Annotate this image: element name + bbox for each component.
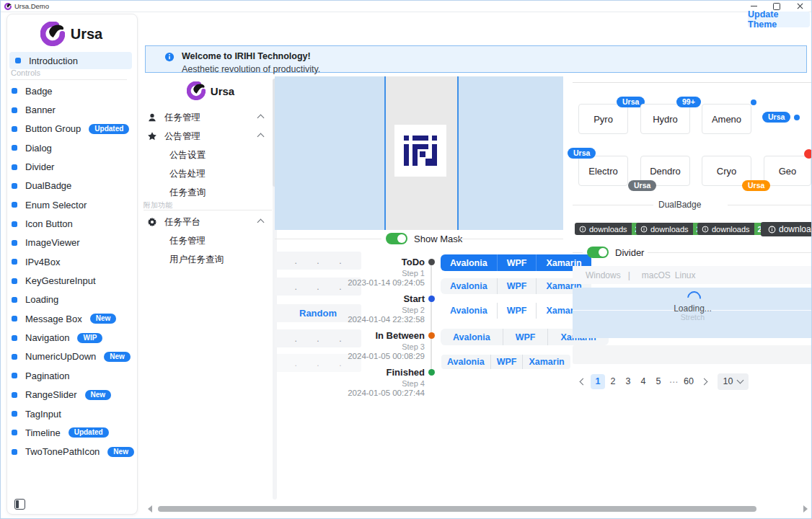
divider-line	[648, 252, 812, 253]
dual-badge-label: downloads	[712, 225, 750, 234]
sidebar-logo: Ursa	[6, 19, 136, 48]
item-bullet-icon	[12, 240, 17, 246]
avalonia-button[interactable]: Avalonia	[441, 254, 497, 271]
sidebar-item-divider[interactable]: Divider	[7, 157, 131, 176]
tab-linux[interactable]: Linux	[675, 270, 696, 280]
info-icon	[768, 226, 776, 234]
item-bullet-icon	[12, 354, 17, 360]
tab-windows[interactable]: Windows	[578, 270, 628, 280]
pagination-page-4[interactable]: 4	[636, 374, 650, 389]
pagination-page-3[interactable]: 3	[621, 374, 635, 389]
sidebar-item-introduction[interactable]: Introduction	[9, 52, 132, 69]
hscroll-left-arrow[interactable]	[148, 505, 152, 513]
menu-item-task-query[interactable]: 任务查询	[169, 183, 206, 202]
avalonia-button[interactable]: Avalonia	[441, 355, 490, 369]
pagination-next-button[interactable]	[697, 374, 711, 389]
sidebar-item-enum-selector[interactable]: Enum Selector	[7, 195, 131, 214]
dual-badge-label: downloads	[650, 225, 689, 234]
menu-item-task-management[interactable]: 任务管理	[169, 231, 206, 250]
irihi-logo-image	[394, 125, 446, 177]
sidebar-item-badge[interactable]: Badge	[7, 81, 131, 100]
avalonia-button[interactable]: Avalonia	[441, 303, 497, 319]
sidebar-item-pagination[interactable]: Pagination	[7, 366, 131, 385]
menu-item-user-task-query[interactable]: 用户任务查询	[169, 250, 224, 269]
pagination-prev-button[interactable]	[575, 374, 590, 389]
sidebar-item-imageviewer[interactable]: ImageViewer	[7, 234, 131, 252]
sidebar-item-timeline[interactable]: TimelineUpdated	[7, 423, 131, 442]
sidebar-item-navigation[interactable]: NavigationWIP	[7, 328, 131, 347]
sidebar-item-label: TwoTonePathIcon	[25, 446, 100, 457]
menu-separator-label: 附加功能	[144, 200, 172, 210]
avalonia-button[interactable]: Avalonia	[441, 278, 497, 294]
menu-group-task-platform[interactable]: 任务平台	[146, 213, 269, 231]
show-mask-toggle[interactable]	[386, 233, 407, 244]
sidebar-item-message-box[interactable]: Message BoxNew	[7, 309, 131, 328]
ursa-logo-icon	[187, 81, 206, 100]
avalonia-button[interactable]: Avalonia	[441, 329, 503, 345]
sidebar-item-ipv4box[interactable]: IPv4Box	[7, 252, 131, 271]
item-bullet-icon	[12, 411, 17, 417]
image-viewer[interactable]	[275, 76, 563, 230]
timeline-step: Step 1	[309, 269, 425, 278]
wpf-button[interactable]: WPF	[497, 278, 537, 294]
wpf-button[interactable]: WPF	[497, 254, 537, 271]
sidebar-item-label: Divider	[25, 161, 54, 172]
tab-bar-disabled: Windows | macOS Linux	[573, 266, 812, 284]
sidebar-item-label: RangeSlider	[25, 389, 77, 400]
item-bullet-icon	[15, 58, 21, 63]
sidebar-item-loading[interactable]: Loading	[7, 290, 131, 309]
sidebar-item-twotonepathicon[interactable]: TwoTonePathIconNew	[7, 443, 131, 461]
sidebar-item-dialog[interactable]: Dialog	[7, 138, 131, 157]
wpf-button[interactable]: WPF	[497, 303, 537, 319]
sidebar-collapse-icon[interactable]	[14, 499, 25, 510]
person-icon	[146, 112, 158, 123]
menu-item-label: 公告处理	[169, 168, 206, 180]
show-mask-label: Show Mask	[414, 234, 462, 244]
dual-badge-label: downloads	[589, 225, 627, 234]
page-size-select[interactable]: 10	[718, 373, 749, 390]
minimize-icon	[751, 6, 757, 6]
sidebar-item-banner[interactable]: Banner	[7, 100, 131, 119]
pagination-page-5[interactable]: 5	[651, 374, 666, 389]
divider-toggle[interactable]	[587, 247, 609, 258]
pagination-page-2[interactable]: 2	[606, 374, 620, 389]
item-bullet-icon	[12, 430, 17, 435]
menu-item-announcement-settings[interactable]: 公告设置	[169, 146, 206, 164]
update-theme-button[interactable]: Update Theme	[748, 12, 810, 27]
menu-item-announcement-process[interactable]: 公告处理	[169, 164, 206, 183]
ursa-logo-icon	[40, 22, 65, 46]
new-tag: New	[85, 390, 112, 400]
info-icon	[640, 226, 648, 233]
sidebar-item-dualbadge[interactable]: DualBadge	[7, 177, 131, 195]
sidebar-item-button-group[interactable]: Button GroupUpdated	[7, 120, 131, 138]
menu-item-label: 任务查询	[169, 187, 206, 199]
sidebar-item-rangeslider[interactable]: RangeSliderNew	[7, 386, 131, 404]
item-bullet-icon	[12, 183, 17, 189]
chevron-up-icon	[257, 133, 265, 140]
hscroll-thumb[interactable]	[158, 506, 756, 512]
new-tag: New	[104, 352, 131, 362]
xamarin-button[interactable]: Xamarin	[522, 355, 570, 369]
pagination-page-60[interactable]: 60	[681, 374, 696, 389]
dual-badge-left: downloads	[761, 222, 812, 236]
wpf-button[interactable]: WPF	[503, 329, 548, 345]
pagination-page-1[interactable]: 1	[591, 374, 605, 389]
window-title: Ursa.Demo	[14, 2, 49, 10]
sidebar-item-numericupdown[interactable]: NumericUpDownNew	[7, 347, 131, 366]
item-bullet-icon	[12, 107, 17, 113]
item-bullet-icon	[12, 259, 17, 265]
divider-line	[573, 252, 583, 253]
sidebar-item-icon-button[interactable]: Icon Button	[7, 214, 131, 233]
menu-item-label: 用户任务查询	[169, 254, 224, 266]
hscroll-right-arrow[interactable]	[803, 505, 808, 513]
pagination: 1 2 3 4 5 ⋯ 60 10	[575, 373, 749, 389]
timeline-time: 2024-01-04 22:32:58	[309, 315, 425, 324]
sidebar-item-taginput[interactable]: TagInput	[7, 404, 131, 423]
menu-group-task-management[interactable]: 任务管理	[146, 108, 269, 127]
pagination-ellipsis: ⋯	[666, 374, 681, 389]
sidebar-item-keygestureinput[interactable]: KeyGestureInput	[7, 271, 131, 290]
tab-macos[interactable]: macOS	[630, 270, 675, 280]
menu-group-announcement[interactable]: 公告管理	[146, 127, 269, 146]
wpf-button[interactable]: WPF	[490, 355, 523, 369]
sidebar-logo-text: Ursa	[71, 26, 102, 43]
